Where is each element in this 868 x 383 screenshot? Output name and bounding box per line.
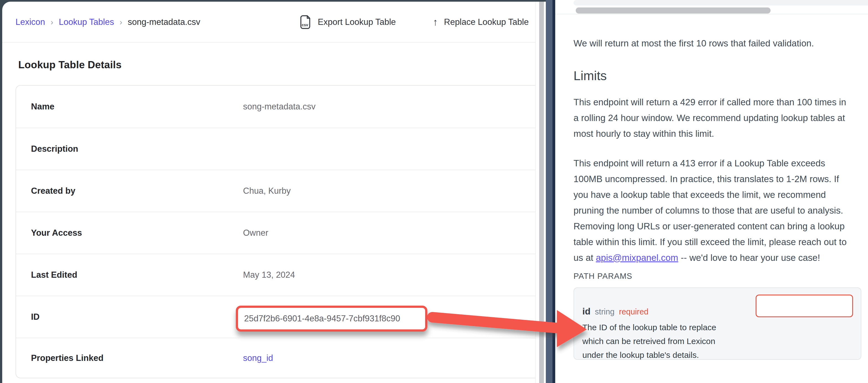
table-row-last-edited: Last Edited May 13, 2024	[16, 254, 546, 296]
left-panel-header: Lexicon › Lookup Tables › song-metadata.…	[2, 2, 546, 42]
row-value: song-metadata.csv	[243, 102, 315, 112]
docs-scrollbar-area	[555, 0, 868, 14]
window-divider-edge	[553, 0, 555, 383]
row-value: May 13, 2024	[243, 270, 295, 280]
docs-intro-text: We will return at most the first 10 rows…	[574, 35, 853, 51]
upload-arrow-icon: ↑	[433, 16, 438, 28]
export-button-label: Export Lookup Table	[318, 17, 396, 27]
limits-paragraph-2-tail: -- we'd love to hear your use case!	[678, 252, 820, 263]
id-value-highlight-annotation: 25d7f2b6-6901-4e8a-9457-7cbf931f8c90	[236, 306, 427, 332]
lookup-table-details-window: Lexicon › Lookup Tables › song-metadata.…	[2, 2, 546, 383]
docs-top-strip	[574, 0, 868, 5]
apis-mixpanel-email-link[interactable]: apis@mixpanel.com	[596, 252, 678, 263]
left-panel-body: Lookup Table Details Name song-metadata.…	[2, 59, 546, 378]
breadcrumb-lookup-tables[interactable]: Lookup Tables	[59, 17, 114, 27]
id-param-input[interactable]	[755, 294, 853, 317]
table-row-created-by: Created by Chua, Kurby	[16, 170, 546, 212]
row-value: Owner	[243, 228, 268, 238]
chevron-separator-icon: ›	[120, 18, 122, 27]
breadcrumb-lexicon[interactable]: Lexicon	[16, 17, 45, 27]
row-value: Chua, Kurby	[243, 186, 290, 196]
table-row-id: ID 25d7f2b6-6901-4e8a-9457-7cbf931f8c90	[16, 296, 546, 338]
breadcrumb: Lexicon › Lookup Tables › song-metadata.…	[16, 2, 200, 42]
docs-horizontal-scrollbar[interactable]	[576, 7, 771, 13]
id-param-card: id string required The ID of the lookup …	[574, 287, 861, 360]
row-label: ID	[31, 312, 39, 322]
limits-heading: Limits	[574, 68, 863, 83]
linked-property-link[interactable]: song_id	[243, 353, 273, 363]
lookup-table-details-card: Name song-metadata.csv Description Creat…	[16, 85, 546, 378]
param-description: The ID of the lookup table to replace wh…	[582, 320, 733, 362]
table-row-name: Name song-metadata.csv	[16, 86, 546, 128]
limits-paragraph-1: This endpoint will return a 429 error if…	[574, 94, 850, 141]
limits-paragraph-2-text: This endpoint will return a 413 error if…	[574, 158, 847, 263]
table-row-description: Description	[16, 128, 546, 170]
left-panel-vertical-scrollbar[interactable]	[539, 2, 544, 383]
path-params-label: PATH PARAMS	[574, 272, 863, 281]
csv-file-icon: csv	[299, 15, 312, 30]
lookup-table-id-value: 25d7f2b6-6901-4e8a-9457-7cbf931f8c90	[244, 314, 400, 323]
param-required-badge: required	[619, 307, 648, 316]
limits-paragraph-2: This endpoint will return a 413 error if…	[574, 155, 850, 266]
row-label: Last Edited	[31, 270, 77, 280]
api-docs-window: We will return at most the first 10 rows…	[555, 0, 868, 383]
row-label: Description	[31, 144, 78, 154]
docs-content: We will return at most the first 10 rows…	[574, 14, 863, 360]
row-label: Properties Linked	[31, 353, 103, 363]
window-divider	[546, 0, 553, 383]
param-name: id	[582, 306, 590, 317]
row-label: Your Access	[31, 228, 82, 238]
replace-button-label: Replace Lookup Table	[444, 17, 529, 27]
replace-lookup-table-button[interactable]: ↑ Replace Lookup Table	[433, 2, 529, 42]
table-row-properties-linked: Properties Linked song_id	[16, 338, 546, 378]
row-label: Name	[31, 102, 54, 112]
chevron-separator-icon: ›	[51, 18, 54, 27]
row-label: Created by	[31, 186, 75, 196]
param-header: id string required	[582, 306, 649, 317]
param-type: string	[595, 307, 615, 316]
svg-text:csv: csv	[302, 23, 308, 27]
export-lookup-table-button[interactable]: csv Export Lookup Table	[299, 2, 396, 42]
left-panel-scrollbar-gutter	[535, 2, 546, 383]
page-title: Lookup Table Details	[18, 59, 546, 71]
table-row-your-access: Your Access Owner	[16, 212, 546, 254]
breadcrumb-current-file: song-metadata.csv	[128, 17, 200, 27]
